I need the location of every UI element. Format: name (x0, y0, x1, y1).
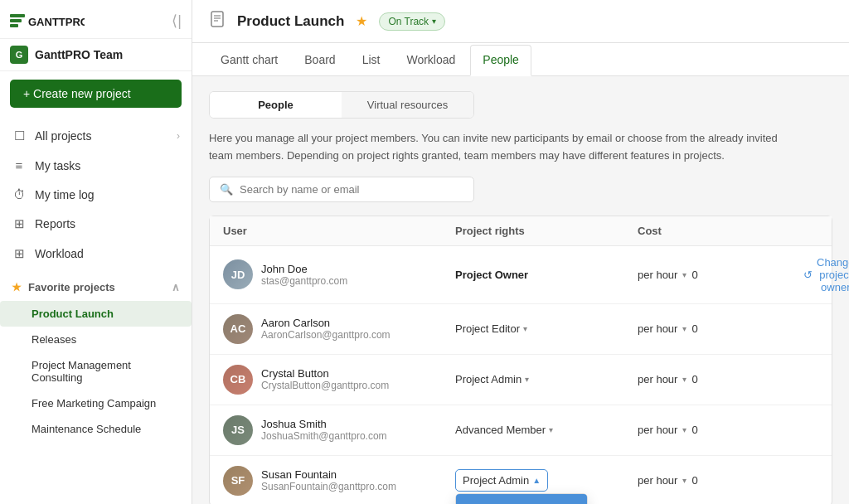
status-label: On Track (388, 16, 429, 27)
favorite-star-icon[interactable]: ★ (356, 13, 367, 29)
user-name: Crystal Button (261, 367, 389, 380)
search-input[interactable] (240, 183, 463, 196)
user-email: AaronCarlson@ganttpro.com (261, 329, 391, 341)
collapse-sidebar-button[interactable]: ⟨| (172, 12, 182, 30)
svg-rect-4 (211, 12, 223, 27)
cost-value: 0 (691, 322, 697, 335)
cost-cell: per hour ▾ 0 (638, 474, 803, 487)
user-info: Susan Fountain SusanFountain@ganttpro.co… (261, 468, 396, 492)
rights-cell: Project Admin ▾ (455, 373, 638, 385)
svg-rect-0 (10, 14, 25, 17)
subtabs: People Virtual resources (209, 91, 474, 119)
table-row: SF Susan Fountain SusanFountain@ganttpro… (210, 456, 832, 504)
sidebar-item-maintenance-schedule[interactable]: Maintenance Schedule (0, 416, 192, 442)
sidebar-item-workload[interactable]: ⊞ Workload (0, 239, 192, 269)
user-name: Joshua Smith (261, 418, 387, 430)
rights-cell: Project Editor ▾ (455, 322, 638, 335)
cost-dropdown-arrow-icon[interactable]: ▾ (682, 425, 686, 434)
header-cost: Cost (638, 225, 803, 237)
dropdown-option-project-admin[interactable]: Project Admin (456, 494, 587, 504)
tab-gantt-chart[interactable]: Gantt chart (209, 46, 289, 75)
sidebar-item-label: Workload (35, 247, 84, 260)
sidebar-item-my-time-log[interactable]: ⏱ My time log (0, 180, 192, 209)
create-project-button[interactable]: + Create new project (10, 80, 182, 108)
people-table: User Project rights Cost JD John Doe sta… (209, 216, 832, 504)
cost-dropdown-arrow-icon[interactable]: ▾ (682, 270, 686, 279)
cost-cell: per hour ▾ 0 (638, 269, 803, 281)
logo-area: GANTTPRO (10, 12, 85, 30)
cost-dropdown-arrow-icon[interactable]: ▾ (682, 476, 686, 485)
tab-people[interactable]: People (470, 45, 531, 76)
change-owner-label: Change project owner (817, 256, 849, 293)
sidebar-item-label: My tasks (35, 159, 80, 172)
logo-icon: GANTTPRO (10, 12, 85, 30)
subtab-virtual-resources[interactable]: Virtual resources (342, 92, 473, 118)
avatar: CB (223, 365, 253, 395)
subtab-people[interactable]: People (210, 92, 342, 118)
user-cell: AC Aaron Carlson AaronCarlson@ganttpro.c… (223, 314, 455, 344)
tab-workload[interactable]: Workload (395, 46, 467, 75)
project-title: Product Launch (237, 13, 344, 30)
rights-label: Project Editor (455, 322, 520, 335)
workload-icon: ⊞ (12, 246, 27, 261)
star-icon: ★ (12, 281, 22, 293)
tab-board[interactable]: Board (293, 46, 347, 75)
avatar: JS (223, 415, 253, 445)
nav-arrow-icon: › (177, 130, 180, 142)
search-icon: 🔍 (220, 183, 233, 196)
table-row: JS Joshua Smith JoshuaSmith@ganttpro.com… (210, 405, 832, 456)
cost-unit: per hour (638, 474, 677, 487)
reports-icon: ⊞ (12, 216, 27, 231)
content-area: People Virtual resources Here you manage… (192, 76, 849, 504)
rights-dropdown-arrow-icon[interactable]: ▾ (549, 425, 553, 434)
sidebar-nav: ☐ All projects › ≡ My tasks ⏱ My time lo… (0, 116, 192, 274)
header-actions (803, 225, 818, 237)
status-badge[interactable]: On Track ▾ (379, 12, 445, 31)
table-header: User Project rights Cost (210, 216, 832, 246)
project-breadcrumb-icon (209, 11, 226, 32)
my-tasks-icon: ≡ (12, 158, 27, 172)
team-icon: G (10, 46, 28, 64)
cost-dropdown-arrow-icon[interactable]: ▾ (682, 324, 686, 333)
cost-value: 0 (691, 424, 697, 436)
change-project-owner-button[interactable]: ↺ Change project owner (803, 256, 849, 293)
avatar: JD (223, 259, 253, 289)
sidebar-item-label: All projects (35, 129, 91, 143)
rights-cell: Advanced Member ▾ (455, 424, 638, 436)
favorites-section: ★ Favorite projects ∧ Product Launch Rel… (0, 274, 192, 442)
rights-dropdown-arrow-icon[interactable]: ▾ (523, 324, 527, 333)
cost-unit: per hour (638, 373, 677, 385)
avatar: AC (223, 314, 253, 344)
cost-value: 0 (691, 373, 697, 385)
svg-rect-1 (10, 19, 22, 22)
chevron-up-icon: ∧ (172, 281, 180, 293)
sidebar-item-product-launch[interactable]: Product Launch (0, 301, 192, 327)
table-row: AC Aaron Carlson AaronCarlson@ganttpro.c… (210, 304, 832, 355)
user-info: Joshua Smith JoshuaSmith@ganttpro.com (261, 418, 387, 442)
rights-cell: Project Owner (455, 269, 638, 281)
sidebar-item-reports[interactable]: ⊞ Reports (0, 209, 192, 239)
favorites-header[interactable]: ★ Favorite projects ∧ (0, 274, 192, 301)
sidebar-item-free-marketing-campaign[interactable]: Free Marketing Campaign (0, 390, 192, 416)
cost-unit: per hour (638, 424, 677, 436)
team-row: G GanttPRO Team (0, 39, 192, 71)
status-chevron-icon: ▾ (432, 17, 436, 26)
rights-dropdown-arrow-icon[interactable]: ▾ (525, 375, 529, 384)
cost-unit: per hour (638, 322, 677, 335)
sidebar-item-releases[interactable]: Releases (0, 327, 192, 352)
table-row: JD John Doe stas@ganttpro.com Project Ow… (210, 246, 832, 304)
sidebar-item-all-projects[interactable]: ☐ All projects › (0, 121, 192, 151)
rights-label: Project Admin (455, 373, 522, 385)
description-text: Here you manage all your project members… (209, 130, 789, 165)
cost-unit: per hour (638, 269, 677, 281)
cost-dropdown-arrow-icon[interactable]: ▾ (682, 375, 686, 384)
user-cell: CB Crystal Button CrystalButton@ganttpro… (223, 365, 455, 395)
tab-list[interactable]: List (351, 46, 392, 75)
rights-dropdown-open[interactable]: Project Admin ▲ (455, 469, 548, 492)
sidebar-item-my-tasks[interactable]: ≡ My tasks (0, 151, 192, 180)
rights-dropdown-chevron-icon: ▲ (532, 476, 541, 485)
sidebar-item-project-management-consulting[interactable]: Project Management Consulting (0, 352, 192, 390)
user-info: Crystal Button CrystalButton@ganttpro.co… (261, 367, 389, 391)
cost-value: 0 (691, 474, 697, 487)
user-name: John Doe (261, 263, 347, 275)
